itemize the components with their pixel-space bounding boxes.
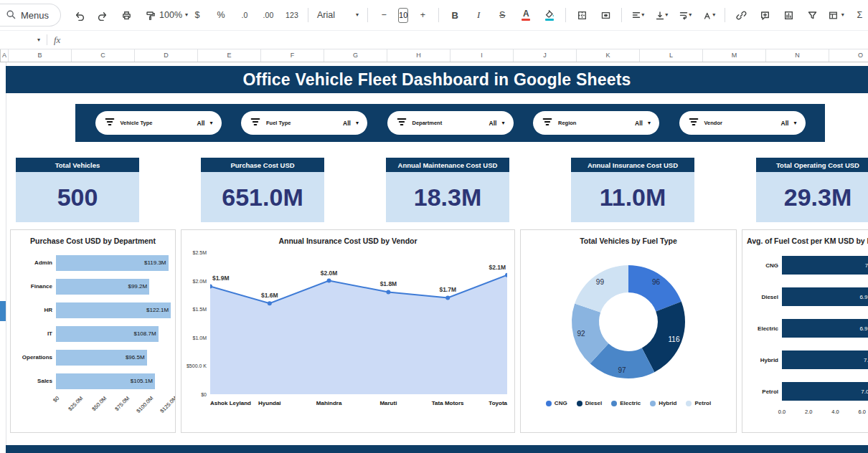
chart-fuel-cost-per-km[interactable]: Avg. of Fuel Cost per KM USD by Fuel Typ… <box>742 229 868 433</box>
row-header-strip[interactable] <box>0 62 6 453</box>
toolbar: Menus 100%▾ $ % .0 .00 123 Arial▾ − 10 +… <box>0 0 868 30</box>
column-header-C[interactable]: C <box>72 49 135 62</box>
text-wrap-button[interactable]: ▾ <box>674 6 697 24</box>
bar-track: 6.9 <box>782 287 868 306</box>
bar: $105.1M <box>56 373 155 389</box>
strikethrough-button[interactable]: S <box>491 6 514 24</box>
sheet-views-button[interactable]: ▾ <box>824 6 847 24</box>
decrease-decimal-button[interactable]: .0 <box>233 6 256 24</box>
bar-track: $108.7M <box>56 326 174 342</box>
y-axis-tick: $2.5M <box>193 250 207 255</box>
fill-color-button[interactable] <box>538 6 561 24</box>
column-header-A[interactable]: A <box>1 49 9 62</box>
filter-department[interactable]: DepartmentAll▾ <box>387 111 514 135</box>
y-axis-tick: $1.5M <box>193 307 207 312</box>
svg-text:92: 92 <box>577 330 586 338</box>
column-header-O[interactable]: O <box>829 49 868 62</box>
bar-value-label: $122.1M <box>146 307 171 313</box>
filter-vehicle-type[interactable]: Vehicle TypeAll▾ <box>95 111 222 135</box>
kpi-title: Annual Maintenance Cost USD <box>386 158 509 172</box>
format-currency-button[interactable]: $ <box>186 6 209 24</box>
redo-button[interactable] <box>91 6 114 24</box>
bar-row: HR$122.1M <box>15 298 174 322</box>
filter-icon <box>396 117 407 130</box>
font-family-select[interactable]: Arial▾ <box>313 6 363 24</box>
bar-category-label: Petrol <box>748 388 782 395</box>
paint-format-icon[interactable] <box>138 6 161 24</box>
text-color-button[interactable]: A <box>514 6 537 24</box>
column-header-L[interactable]: L <box>640 49 703 62</box>
italic-button[interactable]: I <box>467 6 490 24</box>
kpi-card-purchase-cost-usd[interactable]: Purchase Cost USD651.0M <box>201 158 324 222</box>
column-header-H[interactable]: H <box>387 49 450 62</box>
merge-cells-icon[interactable] <box>594 6 617 24</box>
bar-row: Diesel6.9 <box>748 281 868 313</box>
filter-vendor[interactable]: VendorAll▾ <box>679 111 806 135</box>
column-header-B[interactable]: B <box>9 49 72 62</box>
bar: $122.1M <box>56 302 171 318</box>
filter-label: Fuel Type <box>266 120 338 126</box>
column-header-E[interactable]: E <box>198 49 261 62</box>
chevron-down-icon: ▾ <box>841 12 844 18</box>
functions-button[interactable]: Σ <box>848 6 868 24</box>
filter-fuel-type[interactable]: Fuel TypeAll▾ <box>241 111 367 135</box>
column-header-K[interactable]: K <box>577 49 640 62</box>
more-number-formats-button[interactable]: 123 <box>280 6 303 24</box>
bar-track: 7.0 <box>782 382 868 401</box>
chevron-down-icon: ▾ <box>665 12 668 18</box>
bold-button[interactable]: B <box>443 6 466 24</box>
format-percent-button[interactable]: % <box>209 6 232 24</box>
bar-value-label: $105.1M <box>131 378 155 384</box>
horizontal-align-button[interactable]: ▾ <box>626 6 649 24</box>
insert-chart-icon[interactable] <box>777 6 800 24</box>
chevron-down-icon: ▾ <box>793 120 796 126</box>
insert-comment-icon[interactable] <box>753 6 776 24</box>
column-header-F[interactable]: F <box>261 49 324 62</box>
search-menus-button[interactable]: Menus <box>0 4 61 27</box>
column-header-I[interactable]: I <box>450 49 514 62</box>
increase-font-size-button[interactable]: + <box>411 6 434 24</box>
y-axis-tick: $500.0 K <box>187 363 207 368</box>
kpi-card-total-operating-cost-usd[interactable]: Total Operating Cost USD29.3M <box>756 158 868 222</box>
chevron-down-icon: ▾ <box>712 12 715 18</box>
column-header-G[interactable]: G <box>324 49 387 62</box>
chevron-down-icon: ▾ <box>356 120 359 126</box>
filter-value: All <box>635 120 643 127</box>
donut: 96116979299 <box>560 254 697 390</box>
chart-insurance-cost-by-vendor[interactable]: Annual Insurance Cost USD by Vendor $0$5… <box>181 229 515 433</box>
chart-total-vehicles-by-fuel-type[interactable]: Total Vehicles by Fuel Type 96116979299 … <box>520 229 737 433</box>
filter-region[interactable]: RegionAll▾ <box>533 111 659 135</box>
insert-link-icon[interactable] <box>730 6 753 24</box>
decrease-font-size-button[interactable]: − <box>372 6 395 24</box>
x-axis-label: Hyundai <box>258 400 281 406</box>
cell-name-box[interactable]: ▾ <box>7 31 40 49</box>
filter-icon <box>688 117 699 130</box>
column-header-N[interactable]: N <box>766 49 829 62</box>
kpi-card-annual-insurance-cost-usd[interactable]: Annual Insurance Cost USD11.0M <box>571 158 694 222</box>
print-icon[interactable] <box>115 6 138 24</box>
column-header-D[interactable]: D <box>135 49 198 62</box>
create-filter-icon[interactable] <box>801 6 824 24</box>
kpi-card-total-vehicles[interactable]: Total Vehicles500 <box>16 158 139 222</box>
x-axis-tick: $100.0M <box>136 395 155 414</box>
y-axis-tick: $1.0M <box>193 335 207 340</box>
chart-purchase-cost-by-department[interactable]: Purchase Cost USD by Department Admin$11… <box>10 229 176 433</box>
bar-track: 6.9 <box>782 319 868 338</box>
text-rotation-button[interactable]: ▾ <box>697 6 720 24</box>
column-header-M[interactable]: M <box>703 49 766 62</box>
zoom-value: 100% <box>159 10 182 20</box>
bar-category-label: Operations <box>15 354 56 361</box>
search-icon <box>6 9 16 22</box>
font-size-input[interactable]: 10 <box>398 8 408 23</box>
borders-icon[interactable] <box>570 6 593 24</box>
chart-title: Annual Insurance Cost USD by Vendor <box>186 237 510 245</box>
bar-category-label: Hybrid <box>748 357 782 363</box>
zoom-select[interactable]: 100%▾ <box>162 6 185 24</box>
column-header-J[interactable]: J <box>514 49 577 62</box>
increase-decimal-button[interactable]: .00 <box>257 6 280 24</box>
donut-chart-plot: 96116979299 <box>521 254 736 390</box>
kpi-card-annual-maintenance-cost-usd[interactable]: Annual Maintenance Cost USD18.3M <box>386 158 509 222</box>
vertical-align-button[interactable]: ▾ <box>650 6 673 24</box>
bar-category-label: HR <box>15 307 56 313</box>
undo-button[interactable] <box>67 6 90 24</box>
